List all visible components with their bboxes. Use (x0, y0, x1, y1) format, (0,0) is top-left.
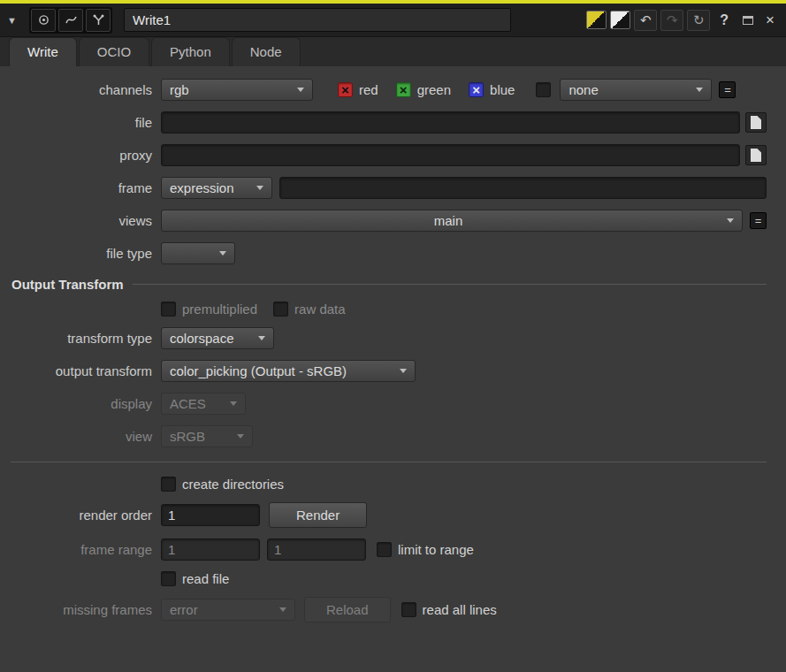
output-transform-section-header: Output Transform (0, 275, 767, 293)
output-transform-label: output transform (0, 363, 161, 378)
chevron-down-icon (258, 336, 265, 340)
file-browser-button[interactable] (745, 112, 767, 133)
frame-expression-input[interactable] (279, 177, 767, 199)
redo-button[interactable]: ↷ (660, 10, 683, 31)
chevron-down-icon (237, 434, 244, 439)
frame-range-row: frame range limit to range (0, 538, 767, 561)
read-all-lines-checkbox[interactable] (401, 602, 416, 617)
close-panel-button[interactable]: × (761, 11, 779, 29)
transform-type-label: transform type (0, 331, 161, 346)
red-channel-label: red (359, 82, 378, 97)
transform-type-row: transform type colorspace (0, 327, 767, 349)
revert-button[interactable]: ↻ (687, 10, 710, 31)
float-panel-button[interactable] (738, 11, 758, 29)
green-channel-checkbox[interactable]: × (396, 82, 411, 97)
file-type-label: file type (0, 246, 161, 261)
file-type-row: file type (0, 242, 767, 264)
horizontal-divider (11, 462, 767, 462)
mask-channel-dropdown[interactable]: none (560, 79, 712, 101)
node-icon-group (29, 7, 112, 34)
node-tree-icon (92, 13, 105, 27)
file-label: file (0, 115, 161, 130)
center-node-button[interactable] (31, 9, 56, 32)
raw-data-checkbox[interactable] (273, 302, 288, 317)
undo-button[interactable]: ↶ (634, 10, 657, 31)
frame-range-first-input[interactable] (161, 538, 260, 561)
curve-link-button[interactable] (58, 9, 83, 32)
write-tab-content: channels rgb × red × green × blue none =… (0, 66, 786, 672)
proxy-path-input[interactable] (161, 144, 740, 166)
blue-channel-checkbox[interactable]: × (469, 82, 484, 97)
frame-label: frame (0, 180, 161, 195)
titlebar-actions: ↶ ↷ ↻ ? × (586, 10, 779, 31)
output-transform-value: color_picking (Output - sRGB) (170, 363, 347, 378)
channels-expression-button[interactable]: = (719, 81, 736, 98)
curve-icon (65, 13, 78, 27)
limit-to-range-checkbox[interactable] (377, 542, 392, 557)
read-file-row: read file (0, 571, 767, 586)
proxy-browser-button[interactable] (745, 145, 767, 165)
missing-frames-value: error (170, 602, 198, 617)
help-button[interactable]: ? (714, 12, 735, 28)
chevron-down-icon (230, 401, 237, 406)
channels-dropdown[interactable]: rgb (161, 79, 313, 101)
view-dropdown[interactable]: sRGB (161, 425, 253, 447)
render-button[interactable]: Render (269, 502, 367, 528)
display-row: display ACES (0, 393, 767, 415)
premultiplied-checkbox[interactable] (161, 302, 176, 317)
reload-button[interactable]: Reload (304, 597, 391, 622)
view-value: sRGB (170, 429, 205, 444)
mask-dropdown-value: none (569, 82, 598, 97)
transform-type-value: colorspace (170, 331, 234, 346)
frame-mode-value: expression (170, 180, 234, 195)
file-row: file (0, 111, 767, 134)
tab-ocio[interactable]: OCIO (79, 37, 149, 66)
create-directories-row: create directories (0, 477, 767, 492)
frame-row: frame expression (0, 177, 767, 199)
render-order-label: render order (0, 508, 161, 523)
channels-label: channels (0, 82, 161, 97)
panel-color-swatch-button[interactable] (610, 11, 630, 29)
transform-type-dropdown[interactable]: colorspace (161, 327, 274, 349)
frame-mode-dropdown[interactable]: expression (161, 177, 272, 199)
node-name-input[interactable] (124, 8, 511, 32)
chevron-down-icon (279, 607, 286, 612)
display-dropdown[interactable]: ACES (161, 393, 246, 415)
limit-to-range-label: limit to range (398, 542, 474, 557)
file-path-input[interactable] (161, 111, 740, 134)
file-page-icon (751, 149, 761, 162)
file-type-dropdown[interactable] (161, 242, 235, 264)
premultiplied-row: premultiplied raw data (0, 302, 767, 317)
red-channel-checkbox[interactable]: × (338, 82, 353, 97)
keyframe-color-swatch-button[interactable] (586, 11, 607, 29)
missing-frames-dropdown[interactable]: error (161, 599, 295, 621)
crosshair-icon (37, 13, 50, 27)
node-tree-button[interactable] (86, 9, 111, 32)
create-directories-checkbox[interactable] (161, 477, 176, 492)
views-expression-button[interactable]: = (750, 212, 767, 229)
read-file-label: read file (182, 571, 229, 586)
views-label: views (0, 213, 161, 228)
display-value: ACES (170, 396, 206, 411)
green-channel-label: green (417, 82, 451, 97)
views-dropdown[interactable]: main (161, 210, 743, 232)
premultiplied-label: premultiplied (182, 302, 257, 317)
frame-range-last-input[interactable] (267, 538, 366, 561)
view-label: view (0, 429, 161, 444)
output-transform-row: output transform color_picking (Output -… (0, 360, 767, 382)
read-file-checkbox[interactable] (161, 571, 176, 586)
views-row: views main = (0, 210, 767, 232)
mask-channel-checkbox[interactable] (536, 82, 551, 97)
tab-write[interactable]: Write (9, 37, 77, 66)
chevron-down-icon (727, 218, 734, 223)
window-icon (743, 16, 753, 25)
output-transform-dropdown[interactable]: color_picking (Output - sRGB) (161, 360, 416, 382)
channels-row: channels rgb × red × green × blue none = (0, 79, 767, 101)
view-row: view sRGB (0, 425, 767, 447)
tab-node[interactable]: Node (232, 37, 301, 66)
create-directories-label: create directories (182, 477, 284, 492)
chevron-down-icon (696, 88, 703, 92)
render-order-input[interactable] (161, 504, 260, 526)
tab-python[interactable]: Python (151, 37, 230, 66)
panel-collapse-icon[interactable]: ▼ (7, 15, 25, 26)
